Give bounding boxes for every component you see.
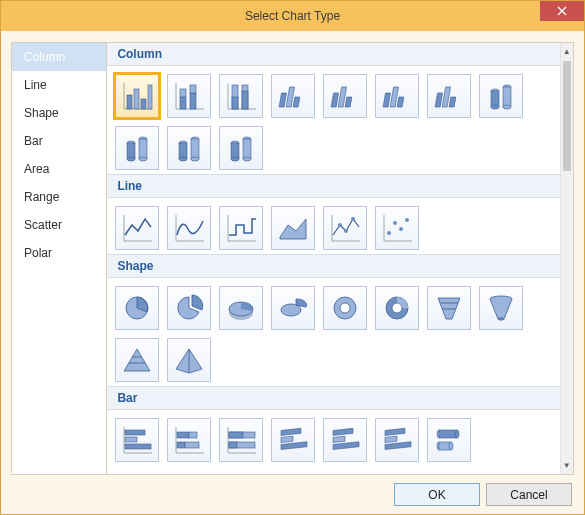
line-area3d-icon	[276, 211, 310, 245]
svg-point-50	[351, 217, 355, 221]
svg-point-52	[393, 221, 397, 225]
sidebar-item-column[interactable]: Column	[12, 43, 106, 71]
svg-rect-6	[190, 93, 196, 109]
svg-rect-77	[281, 442, 307, 450]
sidebar-item-area[interactable]: Area	[12, 155, 106, 183]
chart-type-bar-100stacked-2d[interactable]	[219, 418, 263, 462]
svg-rect-1	[134, 89, 139, 109]
gallery-scrollbar[interactable]: ▲ ▼	[560, 43, 573, 474]
doughnut-exploded-icon	[380, 291, 414, 325]
bar-cylinder-icon	[432, 423, 466, 457]
bar-stacked-2d-icon	[172, 423, 206, 457]
sidebar-item-shape[interactable]: Shape	[12, 99, 106, 127]
chart-type-doughnut[interactable]	[323, 286, 367, 330]
chart-type-cylinder-clustered[interactable]	[479, 74, 523, 118]
chart-type-line-step[interactable]	[219, 206, 263, 250]
chart-type-line-scatter[interactable]	[375, 206, 419, 250]
line-scatter-icon	[380, 211, 414, 245]
svg-rect-18	[383, 93, 390, 107]
chart-type-column-clustered-2d[interactable]	[115, 74, 159, 118]
chart-type-column-stacked-3d[interactable]	[323, 74, 367, 118]
chart-type-cylinder-stacked[interactable]	[115, 126, 159, 170]
column-clustered-2d-icon	[120, 79, 154, 113]
pie-2d-icon	[120, 291, 154, 325]
sidebar-item-line[interactable]: Line	[12, 71, 106, 99]
chart-type-bar-clustered-3d[interactable]	[271, 418, 315, 462]
pie-exploded-icon	[172, 291, 206, 325]
scroll-down-arrow[interactable]: ▼	[561, 457, 573, 474]
svg-rect-37	[179, 143, 187, 159]
svg-rect-65	[125, 437, 137, 442]
svg-rect-69	[177, 442, 185, 448]
svg-rect-5	[180, 89, 186, 97]
svg-point-44	[231, 157, 239, 161]
column-stacked-2d-icon	[172, 79, 206, 113]
svg-point-32	[127, 157, 135, 161]
cylinder-3d-icon	[224, 131, 258, 165]
chart-type-column-100stacked-3d[interactable]	[375, 74, 419, 118]
chart-type-funnel-3d[interactable]	[479, 286, 523, 330]
chart-type-bar-100stacked-3d[interactable]	[375, 418, 419, 462]
chart-type-bar-stacked-2d[interactable]	[167, 418, 211, 462]
svg-rect-64	[125, 430, 145, 435]
svg-point-49	[344, 229, 348, 233]
chart-type-pie-3d-exploded[interactable]	[271, 286, 315, 330]
doughnut-icon	[328, 291, 362, 325]
bar-clustered-2d-icon	[120, 423, 154, 457]
chart-type-bar-cylinder[interactable]	[427, 418, 471, 462]
scroll-up-arrow[interactable]: ▲	[561, 43, 573, 60]
scroll-thumb[interactable]	[563, 61, 571, 171]
chart-type-pie-3d[interactable]	[219, 286, 263, 330]
gallery-wrap: ColumnLineShapeBar ▲ ▼	[106, 42, 574, 475]
line-basic-icon	[120, 211, 154, 245]
pie-3d-icon	[224, 291, 258, 325]
svg-rect-28	[503, 87, 511, 107]
group-header-shape: Shape	[107, 254, 559, 278]
bar-100stacked-2d-icon	[224, 423, 258, 457]
group-bar-thumbs	[107, 410, 559, 466]
chart-type-bar-clustered-2d[interactable]	[115, 418, 159, 462]
svg-rect-70	[185, 442, 199, 448]
chart-type-line-basic[interactable]	[115, 206, 159, 250]
svg-point-86	[455, 430, 459, 438]
chart-type-column-stacked-2d[interactable]	[167, 74, 211, 118]
svg-rect-78	[333, 428, 353, 435]
svg-point-89	[449, 442, 453, 450]
chart-type-bar-stacked-3d[interactable]	[323, 418, 367, 462]
chart-type-pie-exploded[interactable]	[167, 286, 211, 330]
chart-type-cylinder-100stacked[interactable]	[167, 126, 211, 170]
svg-point-26	[491, 105, 499, 109]
chart-type-pyramid-3d[interactable]	[167, 338, 211, 382]
content-row: ColumnLineShapeBarAreaRangeScatterPolar …	[11, 42, 574, 475]
sidebar-item-polar[interactable]: Polar	[12, 239, 106, 267]
line-step-icon	[224, 211, 258, 245]
chart-type-line-smooth[interactable]	[167, 206, 211, 250]
svg-point-48	[338, 223, 342, 227]
chart-type-column-3d[interactable]	[427, 74, 471, 118]
svg-point-63	[498, 318, 504, 320]
line-markers-icon	[328, 211, 362, 245]
chart-type-column-clustered-3d[interactable]	[271, 74, 315, 118]
chart-type-funnel[interactable]	[427, 286, 471, 330]
svg-point-59	[340, 303, 350, 313]
cancel-button[interactable]: Cancel	[486, 483, 572, 506]
svg-rect-31	[127, 143, 135, 159]
ok-button[interactable]: OK	[394, 483, 480, 506]
svg-rect-17	[345, 97, 352, 107]
chart-gallery: ColumnLineShapeBar	[107, 43, 559, 474]
sidebar-item-scatter[interactable]: Scatter	[12, 211, 106, 239]
chart-type-line-markers[interactable]	[323, 206, 367, 250]
close-button[interactable]	[540, 1, 584, 21]
svg-rect-9	[232, 97, 238, 109]
svg-rect-34	[139, 139, 147, 159]
chart-type-pie-2d[interactable]	[115, 286, 159, 330]
chart-type-pyramid-2d[interactable]	[115, 338, 159, 382]
svg-rect-43	[231, 143, 239, 159]
chart-type-column-100stacked-2d[interactable]	[219, 74, 263, 118]
chart-type-doughnut-exploded[interactable]	[375, 286, 419, 330]
svg-point-51	[387, 231, 391, 235]
sidebar-item-range[interactable]: Range	[12, 183, 106, 211]
chart-type-line-area3d[interactable]	[271, 206, 315, 250]
chart-type-cylinder-3d[interactable]	[219, 126, 263, 170]
sidebar-item-bar[interactable]: Bar	[12, 127, 106, 155]
